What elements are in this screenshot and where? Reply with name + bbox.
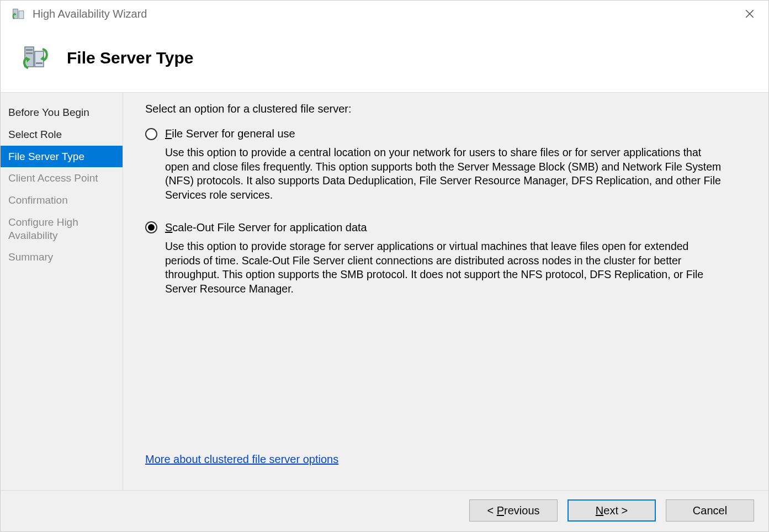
option-scale-out-header[interactable]: Scale-Out File Server for application da… bbox=[145, 221, 752, 234]
wizard-steps-sidebar: Before You Begin Select Role File Server… bbox=[1, 93, 123, 490]
radio-scale-out[interactable] bbox=[145, 221, 157, 233]
wizard-main-panel: Select an option for a clustered file se… bbox=[123, 93, 768, 490]
wizard-step-icon bbox=[20, 42, 51, 73]
wizard-body: Before You Begin Select Role File Server… bbox=[1, 92, 768, 490]
sidebar-item-client-access-point[interactable]: Client Access Point bbox=[1, 167, 123, 189]
svg-rect-6 bbox=[26, 49, 33, 51]
sidebar-item-summary[interactable]: Summary bbox=[1, 246, 123, 268]
wizard-header: File Server Type bbox=[1, 27, 768, 92]
sidebar-item-before-you-begin[interactable]: Before You Begin bbox=[1, 102, 123, 124]
sidebar-item-configure-high-availability[interactable]: Configure High Availability bbox=[1, 211, 123, 247]
svg-rect-7 bbox=[26, 52, 33, 54]
window-title: High Availability Wizard bbox=[33, 8, 736, 20]
close-button[interactable] bbox=[736, 1, 763, 27]
cancel-button[interactable]: Cancel bbox=[666, 499, 754, 522]
previous-button[interactable]: < Previous bbox=[469, 499, 558, 522]
svg-rect-9 bbox=[36, 62, 43, 64]
wizard-window: High Availability Wizard File Server Typ… bbox=[0, 0, 769, 532]
option-general-description: Use this option to provide a central loc… bbox=[165, 146, 723, 203]
radio-general-use[interactable] bbox=[145, 128, 157, 140]
option-general-header[interactable]: File Server for general use bbox=[145, 127, 752, 140]
option-scale-out-label: Scale-Out File Server for application da… bbox=[165, 221, 367, 234]
titlebar: High Availability Wizard bbox=[1, 1, 768, 27]
option-general-label: File Server for general use bbox=[165, 127, 295, 140]
option-scale-out[interactable]: Scale-Out File Server for application da… bbox=[145, 221, 752, 296]
sidebar-item-select-role[interactable]: Select Role bbox=[1, 124, 123, 146]
sidebar-item-file-server-type[interactable]: File Server Type bbox=[1, 146, 123, 168]
wizard-button-row: < Previous Next > Cancel bbox=[1, 490, 768, 531]
svg-rect-1 bbox=[19, 11, 24, 19]
help-link-more-about[interactable]: More about clustered file server options bbox=[145, 453, 752, 466]
prompt-text: Select an option for a clustered file se… bbox=[145, 103, 752, 115]
wizard-app-icon bbox=[12, 6, 27, 22]
next-button[interactable]: Next > bbox=[568, 499, 656, 522]
option-general-use[interactable]: File Server for general use Use this opt… bbox=[145, 127, 752, 203]
page-title: File Server Type bbox=[67, 49, 194, 67]
sidebar-item-confirmation[interactable]: Confirmation bbox=[1, 189, 123, 211]
option-scale-out-description: Use this option to provide storage for s… bbox=[165, 240, 723, 296]
